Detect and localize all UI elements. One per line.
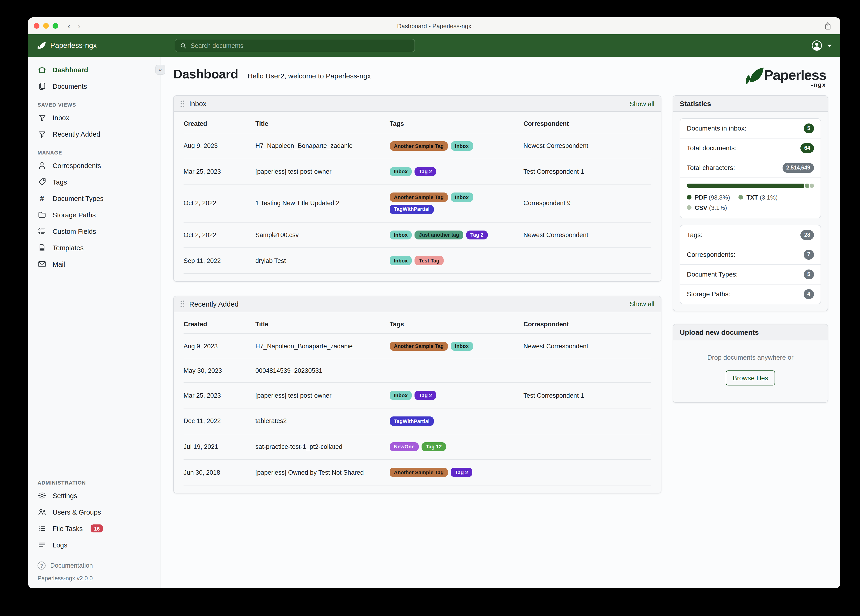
column-header-tags: Tags — [390, 113, 523, 133]
sidebar-item-correspondents[interactable]: Correspondents — [28, 157, 160, 174]
tag-pill[interactable]: Tag 12 — [422, 442, 446, 451]
cell-created: Jul 19, 2021 — [184, 434, 255, 459]
custom-fields-icon — [38, 227, 47, 236]
user-menu[interactable] — [811, 39, 832, 52]
tag-pill[interactable]: Another Sample Tag — [390, 193, 448, 202]
sidebar-item-documentation[interactable]: ? Documentation — [28, 558, 160, 573]
drag-handle-icon[interactable] — [180, 100, 185, 107]
table-row[interactable]: Mar 25, 2023 [paperless] test post-owner… — [184, 159, 651, 184]
statistics-panel: Statistics Documents in inbox: 5 Tot — [673, 95, 828, 311]
upload-dropzone[interactable]: Drop documents anywhere or Browse files — [673, 340, 828, 402]
sidebar-item-recently-added[interactable]: Recently Added — [28, 126, 160, 142]
zoom-window-button[interactable] — [53, 23, 58, 29]
table-row[interactable]: Jul 19, 2021 sat-practice-test-1_pt2-col… — [184, 434, 651, 460]
tag-pill[interactable]: Inbox — [450, 193, 473, 202]
sidebar-item-tags[interactable]: Tags — [28, 174, 160, 190]
stat-row[interactable]: Documents in inbox: 5 — [680, 119, 821, 138]
tag-pill[interactable]: Tag 2 — [415, 167, 436, 176]
minimize-window-button[interactable] — [43, 23, 49, 29]
browse-files-button[interactable]: Browse files — [726, 370, 775, 385]
tag-pill[interactable]: Inbox — [390, 230, 412, 239]
sidebar-item-storage-paths[interactable]: Storage Paths — [28, 207, 160, 223]
show-all-link[interactable]: Show all — [629, 100, 654, 107]
sidebar-item-users-groups[interactable]: Users & Groups — [28, 504, 160, 520]
tag-pill[interactable]: Another Sample Tag — [390, 468, 448, 477]
table-row[interactable]: Mar 25, 2023 [paperless] test post-owner… — [184, 383, 651, 409]
close-window-button[interactable] — [34, 23, 39, 29]
sidebar-item-file-tasks[interactable]: File Tasks 16 — [28, 520, 160, 537]
table-row[interactable]: Dec 11, 2022 tablerates2 TagWithPartial — [184, 409, 651, 434]
cell-created: May 30, 2023 — [184, 360, 255, 382]
column-header-tags: Tags — [390, 313, 523, 333]
share-icon[interactable] — [824, 21, 832, 30]
tag-pill[interactable]: Inbox — [390, 256, 412, 265]
sidebar-item-mail[interactable]: Mail — [28, 256, 160, 272]
stat-row[interactable]: Storage Paths: 4 — [680, 284, 821, 303]
cell-created: Oct 2, 2022 — [184, 185, 255, 222]
table-row[interactable]: Aug 9, 2023 H7_Napoleon_Bonaparte_zadani… — [184, 334, 651, 360]
cell-title: sat-practice-test-1_pt2-collated — [255, 434, 390, 459]
show-all-link[interactable]: Show all — [629, 300, 654, 308]
panel-title: Upload new documents — [680, 328, 759, 336]
cell-tags: Inbox Tag 2 — [390, 159, 507, 184]
tag-pill[interactable]: Inbox — [390, 391, 412, 400]
column-header-title: Title — [255, 113, 390, 133]
tag-pill[interactable]: Tag 2 — [415, 391, 436, 400]
stat-label: Documents in inbox: — [687, 125, 746, 132]
sidebar-item-label: Custom Fields — [53, 228, 96, 235]
sidebar-item-label: Correspondents — [53, 162, 101, 169]
sidebar-item-settings[interactable]: Settings — [28, 487, 160, 504]
stat-badge: 28 — [800, 230, 814, 240]
sidebar-item-label: Inbox — [53, 114, 69, 121]
sidebar-item-label: Dashboard — [53, 66, 88, 74]
brand[interactable]: Paperless-ngx — [37, 41, 97, 50]
cell-title: tablerates2 — [255, 409, 390, 434]
cell-tags: Inbox Just another tag Tag 2 — [390, 222, 521, 247]
search-input[interactable] — [191, 42, 410, 49]
table-row[interactable]: May 30, 2023 0004814539_20230531 — [184, 360, 651, 383]
tag-pill[interactable]: Inbox — [450, 342, 473, 351]
tag-pill[interactable]: NewOne — [390, 442, 419, 451]
tag-pill[interactable]: Inbox — [390, 167, 412, 176]
sidebar-item-documents[interactable]: Documents — [28, 78, 160, 94]
stat-row[interactable]: Correspondents: 7 — [680, 245, 821, 265]
sidebar-item-inbox[interactable]: Inbox — [28, 109, 160, 126]
stat-row[interactable]: Total documents: 64 — [680, 138, 821, 158]
sidebar-item-label: Settings — [53, 492, 77, 499]
leaf-icon — [37, 41, 46, 50]
sidebar-item-label: Documentation — [50, 562, 93, 569]
tag-pill[interactable]: Tag 2 — [466, 230, 488, 239]
back-icon[interactable]: ‹ — [67, 22, 70, 30]
drag-handle-icon[interactable] — [180, 300, 185, 308]
cell-correspondent — [523, 248, 651, 273]
app-version: Paperless-ngx v2.0.0 — [28, 573, 160, 588]
folder-icon — [38, 211, 47, 219]
tag-pill[interactable]: TagWithPartial — [390, 416, 434, 426]
stat-row[interactable]: Document Types: 5 — [680, 265, 821, 284]
tag-pill[interactable]: Just another tag — [415, 230, 463, 239]
tag-pill[interactable]: Test Tag — [415, 256, 444, 265]
sidebar-item-dashboard[interactable]: Dashboard — [28, 61, 160, 78]
table-row[interactable]: Aug 9, 2023 H7_Napoleon_Bonaparte_zadani… — [184, 134, 651, 159]
cell-created: Aug 9, 2023 — [184, 134, 255, 159]
forward-icon[interactable]: › — [78, 22, 80, 30]
tag-pill[interactable]: Inbox — [450, 141, 473, 151]
tag-pill[interactable]: Tag 2 — [450, 468, 472, 477]
sidebar-item-logs[interactable]: Logs — [28, 537, 160, 553]
recently-added-panel: Recently Added Show all Created Title Ta… — [173, 296, 661, 493]
sidebar-item-custom-fields[interactable]: Custom Fields — [28, 223, 160, 239]
tag-pill[interactable]: Another Sample Tag — [390, 141, 448, 151]
table-row[interactable]: Jun 30, 2018 [paperless] Owned by Test N… — [184, 460, 651, 486]
table-row[interactable]: Oct 2, 2022 1 Testing New Title Updated … — [184, 185, 651, 223]
tag-pill[interactable]: TagWithPartial — [390, 205, 434, 214]
sidebar-item-document-types[interactable]: # Document Types — [28, 190, 160, 207]
sidebar-item-label: Mail — [53, 260, 65, 268]
table-row[interactable]: Sep 11, 2022 drylab Test Inbox Test Tag — [184, 248, 651, 273]
sidebar-collapse-button[interactable]: « — [155, 65, 165, 75]
hash-icon: # — [38, 194, 47, 203]
tag-pill[interactable]: Another Sample Tag — [390, 342, 448, 351]
search-bar[interactable] — [175, 39, 415, 52]
stat-row[interactable]: Tags: 28 — [680, 225, 821, 245]
sidebar-item-templates[interactable]: Templates — [28, 239, 160, 256]
table-row[interactable]: Oct 2, 2022 Sample100.csv Inbox Just ano… — [184, 222, 651, 248]
